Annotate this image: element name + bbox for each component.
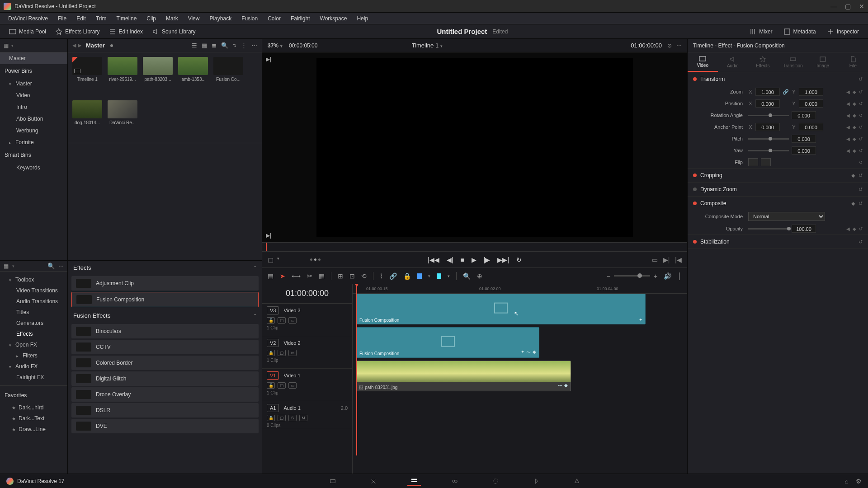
fusion-effects-header[interactable]: Fusion Effects⌃: [68, 309, 262, 323]
zoom-y-input[interactable]: 1.000: [799, 88, 823, 96]
tree-audio-transitions[interactable]: Audio Transitions: [0, 296, 67, 307]
replace-clip-icon[interactable]: ⟲: [361, 272, 367, 280]
tab-transition[interactable]: Transition: [778, 52, 808, 72]
tree-openfx[interactable]: ▾Open FX: [0, 339, 67, 350]
insert-tool-icon[interactable]: ▦: [319, 272, 325, 280]
bin-keywords[interactable]: Keywords: [0, 162, 67, 174]
bin-abo[interactable]: Abo Button: [0, 113, 67, 125]
tab-video[interactable]: Video: [688, 52, 718, 72]
rotation-input[interactable]: 0.000: [792, 111, 816, 119]
zoom-slider[interactable]: [614, 275, 650, 277]
viewer-mode-icon[interactable]: ▢: [268, 256, 274, 263]
more-viewer-icon[interactable]: ⋯: [676, 42, 682, 49]
goto-start-icon[interactable]: |◀◀: [428, 256, 439, 263]
auto-select-icon[interactable]: ▢: [278, 382, 286, 389]
kf-prev-icon[interactable]: ◀: [846, 113, 850, 118]
solo-icon[interactable]: S: [288, 415, 297, 421]
effects-library-btn[interactable]: Effects Library: [51, 26, 104, 37]
more-icon[interactable]: ⋯: [251, 42, 257, 49]
anc-x-input[interactable]: 0.000: [755, 123, 780, 131]
zoom-x-input[interactable]: 1.000: [755, 88, 780, 96]
page-deliver-icon[interactable]: [570, 477, 584, 486]
match-frame-icon[interactable]: ▭: [652, 256, 658, 263]
find-icon[interactable]: 🔍: [463, 272, 471, 280]
reset-icon[interactable]: ↺: [859, 136, 863, 141]
view-list-icon[interactable]: ☰: [192, 42, 197, 49]
bypass-icon[interactable]: ⊘: [667, 42, 672, 49]
trim-tool-icon[interactable]: ⟷: [292, 272, 301, 280]
playhead[interactable]: [356, 284, 357, 455]
kf-add-icon[interactable]: ◆: [851, 201, 855, 206]
link-icon[interactable]: 🔗: [389, 272, 397, 280]
dropdown-icon[interactable]: ▾: [11, 43, 14, 48]
track-head-a1[interactable]: A1Audio 12.0 🔒▢SM 0 Clips: [262, 401, 352, 429]
clip-timeline1[interactable]: Timeline 1: [72, 57, 102, 95]
tree-fairlight[interactable]: Fairlight FX: [0, 372, 67, 383]
close-icon[interactable]: ✕: [859, 3, 864, 10]
composite-mode-select[interactable]: Normal: [748, 212, 825, 221]
metadata-btn[interactable]: Metadata: [779, 26, 821, 37]
prev-edit-icon[interactable]: ▶|: [663, 256, 670, 263]
project-settings-icon[interactable]: ⚙: [856, 478, 862, 485]
anc-y-input[interactable]: 0.000: [799, 123, 823, 131]
reset-icon[interactable]: ↺: [859, 101, 863, 106]
step-back-icon[interactable]: ◀|: [447, 256, 453, 263]
snap-icon[interactable]: ⌇: [380, 272, 383, 280]
reset-icon[interactable]: ↺: [859, 148, 863, 153]
viewer[interactable]: ▶| ▶|: [262, 52, 687, 242]
timeline-name[interactable]: Timeline 1 ▾: [412, 42, 443, 49]
cropping-section[interactable]: Cropping◆↺: [688, 169, 868, 182]
menu-clip[interactable]: Clip: [142, 14, 160, 23]
zoom-tool-icon[interactable]: ⊕: [477, 272, 482, 280]
sort-icon[interactable]: ⇅: [233, 43, 236, 48]
page-edit-icon[interactable]: [407, 477, 421, 486]
link-icon[interactable]: 🔗: [783, 89, 789, 95]
inspector-btn[interactable]: Inspector: [822, 26, 863, 37]
bin-master[interactable]: Master: [0, 52, 67, 64]
page-fairlight-icon[interactable]: [529, 477, 543, 486]
page-color-icon[interactable]: [489, 477, 502, 486]
kf-prev-icon[interactable]: ◀: [846, 101, 850, 106]
rotation-slider[interactable]: [748, 115, 789, 116]
lock-track-icon[interactable]: 🔒: [267, 382, 275, 389]
timeline-ruler[interactable]: 01:00:00:15 01:00:02:00 01:00:04:00: [353, 284, 687, 294]
stop-icon[interactable]: ■: [460, 256, 464, 263]
menu-color[interactable]: Color: [263, 14, 285, 23]
kf-add-icon[interactable]: ◆: [853, 101, 856, 106]
transform-section[interactable]: Transform↺: [688, 72, 868, 86]
auto-select-icon[interactable]: ▢: [278, 415, 286, 421]
viewer-arrow-bot-icon[interactable]: ▶|: [266, 232, 271, 239]
media-pool-btn[interactable]: Media Pool: [5, 26, 51, 37]
home-icon[interactable]: ⌂: [845, 478, 849, 485]
bin-intro[interactable]: Intro: [0, 101, 67, 113]
tree-video-transitions[interactable]: Video Transitions: [0, 285, 67, 296]
tree-toolbox[interactable]: ▾Toolbox: [0, 274, 67, 285]
edit-index-btn[interactable]: Edit Index: [104, 26, 147, 37]
menu-davinci[interactable]: DaVinci Resolve: [4, 14, 52, 23]
kf-add-icon[interactable]: ◆: [853, 148, 856, 153]
menu-file[interactable]: File: [53, 14, 71, 23]
kf-prev-icon[interactable]: ◀: [846, 226, 850, 231]
fav-2[interactable]: Dark...Text: [0, 413, 67, 424]
viewer-scrubber[interactable]: [262, 242, 687, 251]
menu-mark[interactable]: Mark: [161, 14, 183, 23]
tree-titles[interactable]: Titles: [0, 307, 67, 318]
lock-track-icon[interactable]: 🔒: [267, 415, 275, 421]
effect-fusion-composition[interactable]: Fusion Composition: [71, 292, 259, 307]
opacity-slider[interactable]: [748, 228, 789, 230]
composite-section[interactable]: Composite◆↺: [688, 197, 868, 210]
nav-fwd-icon[interactable]: ▶: [78, 42, 81, 48]
marker-blue-icon[interactable]: [417, 273, 422, 279]
reset-icon[interactable]: ↺: [859, 113, 863, 118]
fav-1[interactable]: Dark...hird: [0, 402, 67, 413]
effect-dve[interactable]: DVE: [71, 419, 259, 433]
reset-icon[interactable]: ↺: [859, 226, 863, 231]
view-grid-icon[interactable]: ▦: [202, 42, 207, 49]
loop-icon[interactable]: ↻: [516, 256, 522, 263]
clip-river[interactable]: river-29519...: [108, 57, 137, 95]
tree-effects[interactable]: Effects: [0, 328, 67, 339]
step-fwd-icon[interactable]: |▶: [484, 256, 491, 263]
auto-select-icon[interactable]: ▢: [278, 350, 286, 356]
track-head-v1[interactable]: V1Video 1 🔒▢▭ 1 Clip: [262, 369, 352, 401]
menu-view[interactable]: View: [184, 14, 204, 23]
